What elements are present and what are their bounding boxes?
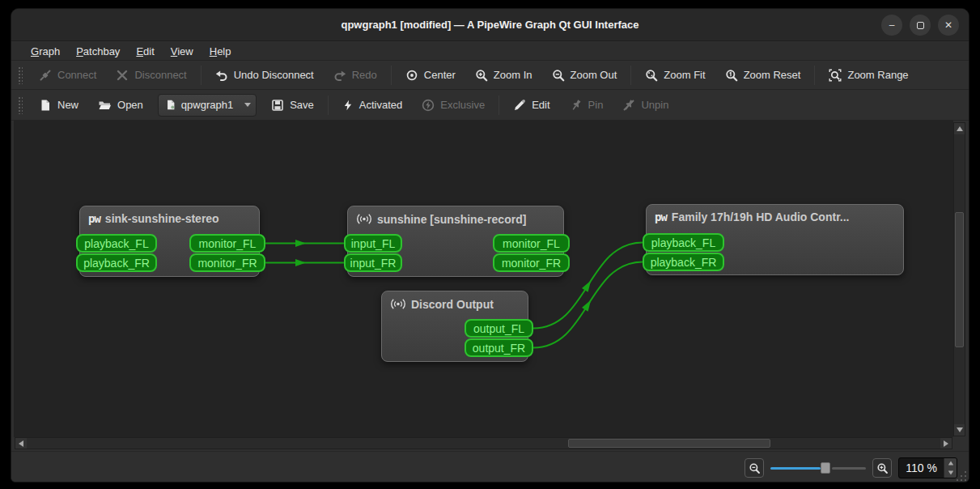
exclusive-button[interactable]: Exclusive [412, 94, 494, 117]
close-button[interactable]: ✕ [938, 15, 959, 36]
zoom-slider-handle[interactable] [821, 462, 830, 474]
node-title: Discord Output [411, 298, 494, 311]
arrow-right-icon [944, 440, 948, 447]
vertical-scrollbar[interactable] [953, 122, 965, 436]
toolbar-separator [391, 66, 392, 85]
zoom-slider-track [832, 467, 866, 470]
menu-patchbay[interactable]: Patchbay [68, 44, 128, 59]
pipewire-icon: pw [88, 212, 100, 225]
new-file-icon [39, 99, 52, 112]
node-title: sink-sunshine-stereo [105, 212, 219, 225]
port-monitor-fl[interactable]: monitor_FL [189, 234, 265, 253]
zoom-slider[interactable] [770, 458, 866, 478]
port-playback-fr[interactable]: playback_FR [76, 253, 157, 272]
center-icon [405, 69, 418, 82]
status-zoom-out-button[interactable] [745, 458, 764, 478]
open-button[interactable]: Open [88, 94, 153, 117]
activated-button[interactable]: Activated [333, 94, 412, 117]
scroll-right-button[interactable] [940, 438, 952, 449]
arrow-down-icon [948, 471, 952, 475]
minimize-button[interactable]: – [881, 15, 902, 36]
menu-view[interactable]: View [163, 44, 202, 59]
status-bar: 110 % [11, 451, 969, 483]
menu-edit[interactable]: Edit [128, 44, 162, 59]
horizontal-scrollbar[interactable] [15, 437, 952, 449]
maximize-icon [917, 22, 924, 29]
center-button[interactable]: Center [396, 64, 465, 87]
graph-canvas[interactable]: pw sink-sunshine-stereo playback_FL play… [14, 121, 953, 437]
node-header: sunshine [sunshine-record] [348, 206, 563, 226]
zoom-out-icon [552, 69, 565, 82]
patchbay-select[interactable]: qpwgraph1 [158, 94, 257, 117]
zoom-spinbox[interactable]: 110 % [898, 457, 957, 478]
broadcast-icon [390, 297, 406, 311]
zoom-in-icon [475, 69, 488, 82]
toolbar-separator [814, 66, 815, 85]
menu-help[interactable]: Help [202, 44, 240, 59]
spin-up-button[interactable] [944, 458, 957, 468]
pin-button[interactable]: Pin [560, 94, 613, 117]
zoom-in-button[interactable]: Zoom In [465, 64, 542, 87]
save-button[interactable]: Save [261, 94, 324, 117]
redo-button[interactable]: Redo [324, 64, 387, 87]
arrow-left-icon [19, 440, 23, 447]
resize-grip[interactable] [955, 470, 966, 481]
new-button[interactable]: New [29, 94, 88, 117]
connect-button[interactable]: Connect [29, 64, 106, 87]
port-output-fl[interactable]: output_FL [465, 319, 533, 338]
zoom-value: 110 % [899, 458, 944, 478]
menu-graph[interactable]: Graph [23, 44, 68, 59]
open-folder-icon [98, 99, 112, 112]
port-monitor-fr[interactable]: monitor_FR [493, 253, 570, 272]
save-icon [271, 99, 284, 112]
scroll-up-button[interactable] [954, 123, 965, 134]
status-zoom-in-button[interactable] [872, 458, 892, 478]
activated-lightning-icon [342, 99, 354, 112]
close-icon: ✕ [944, 19, 952, 31]
zoom-range-button[interactable]: Zoom Range [819, 64, 918, 87]
disconnect-icon [116, 69, 129, 82]
zoom-out-icon [749, 462, 761, 474]
zoom-reset-button[interactable]: Zoom Reset [715, 64, 811, 87]
zoom-fit-button[interactable]: Zoom Fit [635, 64, 715, 87]
unpin-button[interactable]: Unpin [613, 94, 678, 117]
disconnect-button[interactable]: Disconnect [106, 64, 196, 87]
port-input-fl[interactable]: input_FL [344, 234, 402, 253]
scroll-left-button[interactable] [15, 438, 27, 449]
exclusive-icon [422, 99, 435, 112]
menu-bar: Graph Patchbay Edit View Help [11, 42, 969, 61]
connect-icon [39, 69, 52, 82]
maximize-button[interactable] [910, 15, 931, 36]
toolbar-drag-handle[interactable] [18, 96, 23, 114]
zoom-reset-icon [725, 69, 738, 82]
node-header: pw sink-sunshine-stereo [80, 206, 259, 225]
node-header: Discord Output [382, 291, 528, 311]
zoom-in-icon [876, 462, 889, 474]
zoom-out-button[interactable]: Zoom Out [542, 64, 627, 87]
port-input-fr[interactable]: input_FR [344, 253, 402, 272]
patchbay-file-icon [165, 99, 176, 111]
connection-lines [14, 121, 953, 437]
title-bar: qpwgraph1 [modified] — A PipeWire Graph … [11, 9, 969, 41]
port-monitor-fr[interactable]: monitor_FR [189, 253, 265, 272]
scroll-down-button[interactable] [954, 424, 965, 436]
undo-disconnect-button[interactable]: Undo Disconnect [206, 64, 324, 87]
port-output-fr[interactable]: output_FR [465, 338, 533, 357]
toolbar-separator [328, 96, 329, 115]
unpin-icon [622, 99, 635, 112]
toolbar-separator [630, 66, 631, 85]
vertical-scroll-thumb[interactable] [955, 212, 964, 347]
port-playback-fl[interactable]: playback_FL [76, 234, 157, 253]
toolbar-drag-handle[interactable] [18, 66, 23, 84]
port-playback-fr[interactable]: playback_FR [643, 253, 724, 271]
port-monitor-fl[interactable]: monitor_FL [493, 234, 570, 253]
redo-icon [333, 69, 346, 82]
port-playback-fl[interactable]: playback_FL [643, 233, 724, 252]
horizontal-scroll-thumb[interactable] [568, 439, 770, 448]
edit-button[interactable]: Edit [503, 94, 559, 117]
minimize-icon: – [889, 19, 895, 31]
node-title: sunshine [sunshine-record] [377, 213, 526, 226]
toolbar-separator [498, 96, 499, 115]
node-header: pw Family 17h/19h HD Audio Contr... [647, 205, 903, 223]
node-title: Family 17h/19h HD Audio Contr... [672, 210, 850, 223]
